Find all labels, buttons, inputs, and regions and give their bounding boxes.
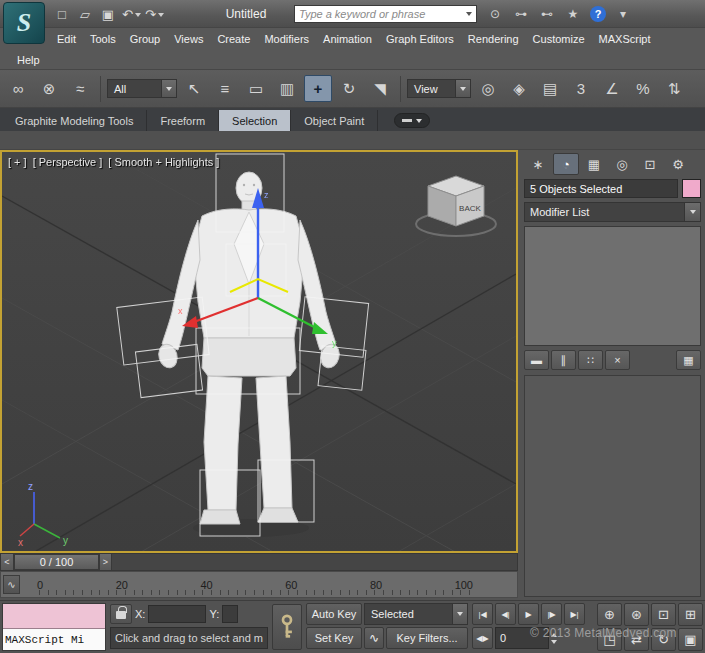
use-pivot-point-center-icon[interactable]: ◎ <box>474 75 502 102</box>
save-file-icon[interactable]: ▣ <box>98 4 118 24</box>
select-and-link-icon[interactable]: ∞ <box>4 75 32 102</box>
viewport-pov-menu[interactable]: [ Perspective ] <box>33 156 103 168</box>
favorites-icon[interactable]: ★ <box>564 5 582 23</box>
set-key-button[interactable]: Set Key <box>306 627 362 649</box>
macro-recorder-pane[interactable] <box>3 604 105 629</box>
menu-rendering[interactable]: Rendering <box>461 31 526 47</box>
select-and-uniform-scale-icon[interactable]: ◥ <box>366 75 394 102</box>
select-and-manipulate-icon[interactable]: ◈ <box>505 75 533 102</box>
x-coordinate-field[interactable] <box>148 605 206 623</box>
go-to-end-button[interactable]: ▶| <box>564 603 585 625</box>
tab-selection[interactable]: Selection <box>219 110 291 131</box>
pin-stack-button[interactable]: ▬ <box>524 350 549 370</box>
select-and-move-icon[interactable]: + <box>304 75 332 102</box>
zoom-icon[interactable]: ⊕ <box>597 603 622 626</box>
select-by-name-icon[interactable]: ≡ <box>211 75 239 102</box>
dropdown-arrow-icon[interactable] <box>452 604 467 624</box>
motion-tab-icon[interactable]: ◎ <box>609 153 635 175</box>
modify-tab-icon[interactable]: ◔ <box>553 153 579 175</box>
select-object-icon[interactable]: ↖ <box>180 75 208 102</box>
menu-customize[interactable]: Customize <box>526 31 592 47</box>
configure-modifier-sets-button[interactable]: ▦ <box>676 350 701 370</box>
time-slider-handle[interactable]: 0 / 100 <box>14 554 99 570</box>
listener-pane[interactable]: MAXScript Mi <box>3 629 105 650</box>
spinner-snap-toggle-icon[interactable]: ⇅ <box>660 75 688 102</box>
spinner-down-icon[interactable] <box>551 640 557 644</box>
go-to-start-button[interactable]: |◀ <box>472 603 493 625</box>
set-keys-button[interactable] <box>272 604 302 650</box>
select-and-rotate-icon[interactable]: ↻ <box>335 75 363 102</box>
viewcube[interactable]: BACK <box>416 176 496 236</box>
zoom-all-icon[interactable]: ⊛ <box>624 603 649 626</box>
zoom-extents-icon[interactable]: ⊡ <box>651 603 676 626</box>
key-mode-toggle[interactable]: ◀▶ <box>472 627 493 649</box>
object-color-swatch[interactable] <box>682 179 701 198</box>
menu-animation[interactable]: Animation <box>316 31 379 47</box>
menu-help[interactable]: Help <box>10 52 47 68</box>
play-button[interactable]: ▶ <box>518 603 539 625</box>
redo-icon[interactable]: ↷ <box>144 4 164 24</box>
selection-filter-dropdown[interactable]: All <box>107 79 177 98</box>
next-frame-button[interactable]: |▶ <box>541 603 562 625</box>
infocenter-search-box[interactable] <box>294 5 477 23</box>
utilities-tab-icon[interactable]: ⚙ <box>665 153 691 175</box>
help-icon[interactable]: ? <box>590 6 606 22</box>
menu-maxscript[interactable]: MAXScript <box>592 31 658 47</box>
bind-to-space-warp-icon[interactable]: ≈ <box>66 75 94 102</box>
unlink-selection-icon[interactable]: ⊗ <box>35 75 63 102</box>
percent-snap-toggle-icon[interactable]: % <box>629 75 657 102</box>
remove-modifier-button[interactable]: × <box>605 350 630 370</box>
previous-frame-button[interactable]: ◀| <box>495 603 516 625</box>
menu-modifiers[interactable]: Modifiers <box>257 31 316 47</box>
keyboard-shortcut-override-icon[interactable]: ▤ <box>536 75 564 102</box>
open-file-icon[interactable]: ▱ <box>75 4 95 24</box>
menu-tools[interactable]: Tools <box>83 31 123 47</box>
perspective-viewport[interactable]: [ + ][ Perspective ][ Smooth + Highlight… <box>0 150 518 553</box>
time-slider[interactable]: < 0 / 100 > <box>0 553 518 571</box>
menu-edit[interactable]: Edit <box>50 31 83 47</box>
subscription-center-icon[interactable]: ⊶ <box>512 5 530 23</box>
tab-graphite-modeling-tools[interactable]: Graphite Modeling Tools <box>2 110 147 131</box>
zoom-extents-all-icon[interactable]: ⊞ <box>678 603 703 626</box>
search-icon[interactable]: ⊙ <box>486 5 504 23</box>
selection-lock-toggle[interactable] <box>110 604 132 624</box>
modifier-stack[interactable] <box>524 226 701 346</box>
tab-freeform[interactable]: Freeform <box>147 110 219 131</box>
infocenter-menu-icon[interactable]: ▾ <box>614 5 632 23</box>
undo-icon[interactable]: ↶ <box>121 4 141 24</box>
make-unique-button[interactable]: ∷ <box>578 350 603 370</box>
angle-snap-toggle-icon[interactable]: ∠ <box>598 75 626 102</box>
previous-frame-arrow[interactable]: < <box>1 554 14 570</box>
menu-graph-editors[interactable]: Graph Editors <box>379 31 461 47</box>
new-scene-icon[interactable]: □ <box>52 4 72 24</box>
time-slider-track[interactable] <box>112 554 517 570</box>
tab-object-paint[interactable]: Object Paint <box>291 110 378 131</box>
reference-coordinate-system-dropdown[interactable]: View <box>407 79 471 98</box>
track-bar[interactable]: ∿ 020406080100 <box>0 571 518 598</box>
maxscript-mini-listener[interactable]: MAXScript Mi <box>2 603 106 651</box>
key-filter-selected-dropdown[interactable]: Selected <box>364 603 468 625</box>
search-input[interactable] <box>299 8 462 20</box>
snaps-toggle-icon[interactable]: 3 <box>567 75 595 102</box>
dropdown-arrow-icon[interactable] <box>684 203 700 221</box>
window-crossing-toggle-icon[interactable]: ▥ <box>273 75 301 102</box>
next-frame-arrow[interactable]: > <box>99 554 112 570</box>
hierarchy-tab-icon[interactable]: ▦ <box>581 153 607 175</box>
communication-center-icon[interactable]: ⊷ <box>538 5 556 23</box>
dropdown-arrow-icon[interactable] <box>161 80 176 97</box>
create-tab-icon[interactable]: ∗ <box>525 153 551 175</box>
search-history-arrow-icon[interactable] <box>466 12 472 16</box>
modifier-list-dropdown[interactable]: Modifier List <box>524 202 701 222</box>
auto-key-button[interactable]: Auto Key <box>306 603 362 625</box>
y-coordinate-field[interactable] <box>222 605 238 623</box>
rectangular-selection-region-icon[interactable]: ▭ <box>242 75 270 102</box>
menu-views[interactable]: Views <box>167 31 210 47</box>
viewport-shading-menu[interactable]: [ Smooth + Highlights ] <box>108 156 219 168</box>
menu-group[interactable]: Group <box>123 31 168 47</box>
ribbon-minimize-toggle[interactable] <box>394 113 430 128</box>
menu-create[interactable]: Create <box>210 31 257 47</box>
open-mini-curve-editor-button[interactable]: ∿ <box>3 575 20 594</box>
maximize-viewport-icon[interactable]: ▣ <box>678 628 703 651</box>
viewport-general-menu[interactable]: [ + ] <box>8 156 27 168</box>
key-filters-button[interactable]: Key Filters... <box>386 627 468 649</box>
